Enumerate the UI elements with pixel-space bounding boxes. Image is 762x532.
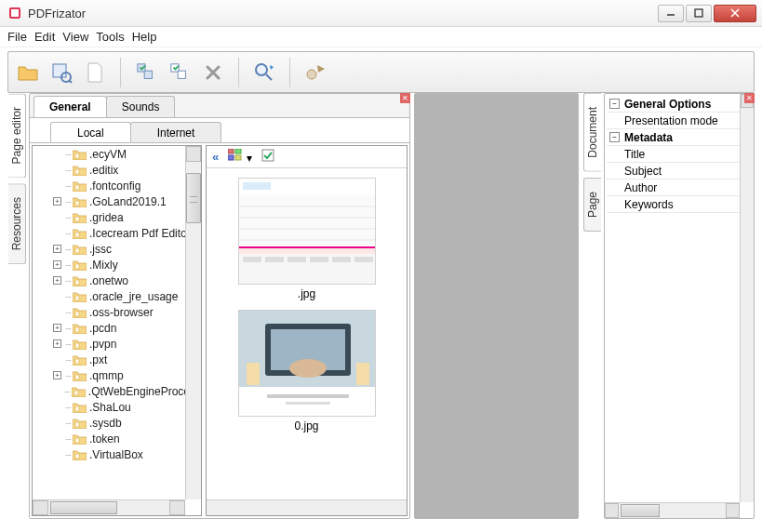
open-folder-icon[interactable] bbox=[16, 60, 40, 85]
svg-rect-10 bbox=[178, 71, 185, 78]
tab-general[interactable]: General bbox=[33, 96, 107, 117]
tree-item[interactable]: ····.VirtualBox bbox=[33, 446, 201, 462]
svg-rect-18 bbox=[75, 217, 79, 221]
tab-sounds[interactable]: Sounds bbox=[106, 96, 176, 117]
svg-rect-21 bbox=[75, 264, 79, 269]
tree-item[interactable]: ····.Icecream Pdf Editor bbox=[33, 225, 201, 241]
subtab-internet[interactable]: Internet bbox=[130, 122, 222, 143]
collapse-icon[interactable]: − bbox=[609, 132, 620, 142]
scroll-thumb[interactable] bbox=[186, 173, 201, 223]
tree-item[interactable]: ····.token bbox=[33, 431, 201, 446]
thumbnail-item[interactable]: 0.jpg bbox=[223, 310, 390, 432]
expand-icon[interactable]: + bbox=[53, 276, 61, 285]
tree-item-label: .jssc bbox=[89, 243, 112, 256]
menu-view[interactable]: View bbox=[62, 30, 88, 44]
tree-item[interactable]: ····.QtWebEngineProcess bbox=[33, 383, 201, 399]
svg-rect-38 bbox=[262, 150, 274, 161]
tile-view-icon[interactable]: ▾ bbox=[228, 149, 251, 165]
tree-item[interactable]: ····.sysdb bbox=[33, 415, 201, 431]
back-icon[interactable]: « bbox=[212, 150, 219, 164]
deselect-icon[interactable] bbox=[167, 60, 192, 85]
menu-help[interactable]: Help bbox=[132, 30, 157, 44]
titlebar: PDFrizator bbox=[0, 0, 762, 27]
menu-file[interactable]: File bbox=[7, 30, 27, 44]
prop-keywords[interactable]: Keywords bbox=[622, 198, 674, 211]
tree-item[interactable]: ····.oracle_jre_usage bbox=[33, 288, 201, 304]
close-button[interactable] bbox=[714, 5, 756, 22]
folder-icon bbox=[73, 339, 87, 350]
side-tab-document[interactable]: Document bbox=[583, 93, 601, 172]
thumbs-hscrollbar[interactable] bbox=[207, 499, 407, 515]
tree-item[interactable]: +····.onetwo bbox=[33, 273, 201, 288]
menu-edit[interactable]: Edit bbox=[34, 30, 55, 44]
tree-item-label: .pvpn bbox=[89, 338, 116, 351]
folder-icon bbox=[73, 291, 87, 302]
tree-item-label: .ShaLou bbox=[89, 401, 131, 414]
tree-item[interactable]: ····.ecyVM bbox=[33, 146, 201, 162]
canvas-area[interactable] bbox=[414, 93, 579, 519]
tree-item-label: .VirtualBox bbox=[89, 448, 143, 461]
svg-line-6 bbox=[69, 80, 72, 83]
panel-close-icon[interactable]: ✕ bbox=[400, 93, 410, 103]
tree-item[interactable]: +····.pcdn bbox=[33, 320, 201, 336]
check-view-icon[interactable] bbox=[261, 149, 274, 165]
subtab-local[interactable]: Local bbox=[50, 122, 131, 143]
new-page-icon[interactable] bbox=[83, 60, 107, 85]
thumbnail-item[interactable]: .jpg bbox=[223, 178, 390, 300]
preview-icon[interactable] bbox=[252, 60, 276, 85]
tree-item-label: .pcdn bbox=[89, 322, 116, 335]
prop-subject[interactable]: Subject bbox=[622, 165, 662, 178]
prop-author[interactable]: Author bbox=[622, 181, 657, 194]
right-side-tabs: Document Page bbox=[582, 93, 602, 519]
export-icon[interactable] bbox=[303, 60, 328, 85]
tree-item[interactable]: +····.GoLand2019.1 bbox=[33, 193, 201, 209]
toolbar-separator bbox=[238, 58, 239, 87]
expand-icon[interactable]: + bbox=[53, 260, 61, 269]
side-tab-page[interactable]: Page bbox=[583, 178, 601, 232]
expand-icon[interactable]: + bbox=[53, 371, 61, 379]
tree-item[interactable]: ····.oss-browser bbox=[33, 304, 201, 320]
panel-close-icon[interactable]: ✕ bbox=[744, 93, 755, 103]
svg-rect-29 bbox=[74, 391, 78, 395]
scroll-thumb[interactable] bbox=[50, 501, 117, 514]
tree-item[interactable]: +····.jssc bbox=[33, 241, 201, 257]
thumbnail-list[interactable]: .jpg bbox=[207, 168, 407, 499]
folder-tree[interactable]: ····.ecyVM····.editix····.fontconfig+···… bbox=[32, 145, 202, 516]
side-tab-resources[interactable]: Resources bbox=[8, 183, 26, 264]
menu-tools[interactable]: Tools bbox=[96, 30, 124, 44]
tree-item[interactable]: ····.gridea bbox=[33, 209, 201, 225]
tree-item[interactable]: +····.qmmp bbox=[33, 367, 201, 383]
prop-presentation-mode[interactable]: Presentation mode bbox=[622, 114, 718, 127]
tree-item[interactable]: ····.fontconfig bbox=[33, 178, 201, 193]
prop-title[interactable]: Title bbox=[622, 148, 645, 161]
props-hscrollbar[interactable] bbox=[605, 502, 740, 518]
tree-vscrollbar[interactable] bbox=[185, 146, 201, 499]
expand-icon[interactable]: + bbox=[53, 245, 61, 253]
tree-item[interactable]: ····.editix bbox=[33, 162, 201, 178]
scan-icon[interactable] bbox=[49, 60, 74, 85]
app-icon bbox=[7, 6, 22, 20]
collapse-icon[interactable]: − bbox=[609, 99, 620, 109]
side-tab-page-editor[interactable]: Page editor bbox=[8, 93, 26, 178]
tree-hscrollbar[interactable] bbox=[33, 499, 185, 515]
svg-rect-51 bbox=[287, 257, 306, 262]
expand-icon[interactable]: + bbox=[53, 197, 61, 206]
maximize-button[interactable] bbox=[686, 5, 712, 22]
svg-rect-59 bbox=[247, 363, 260, 385]
folder-icon bbox=[73, 323, 87, 334]
expand-icon[interactable]: + bbox=[53, 339, 61, 348]
select-all-icon[interactable] bbox=[134, 60, 158, 85]
folder-icon bbox=[73, 196, 87, 207]
tree-item[interactable]: ····.pxt bbox=[33, 352, 201, 367]
expand-icon[interactable]: + bbox=[53, 324, 61, 332]
props-vscrollbar[interactable] bbox=[740, 94, 754, 502]
property-grid[interactable]: −General Options Presentation mode −Meta… bbox=[607, 96, 740, 502]
tree-item[interactable]: +····.pvpn bbox=[33, 336, 201, 352]
delete-icon[interactable] bbox=[201, 60, 225, 85]
tree-item-label: .Mixly bbox=[89, 259, 118, 272]
tree-item[interactable]: +····.Mixly bbox=[33, 257, 201, 273]
svg-rect-34 bbox=[228, 149, 234, 153]
scroll-thumb[interactable] bbox=[621, 504, 660, 517]
minimize-button[interactable] bbox=[658, 5, 684, 22]
tree-item[interactable]: ····.ShaLou bbox=[33, 399, 201, 415]
